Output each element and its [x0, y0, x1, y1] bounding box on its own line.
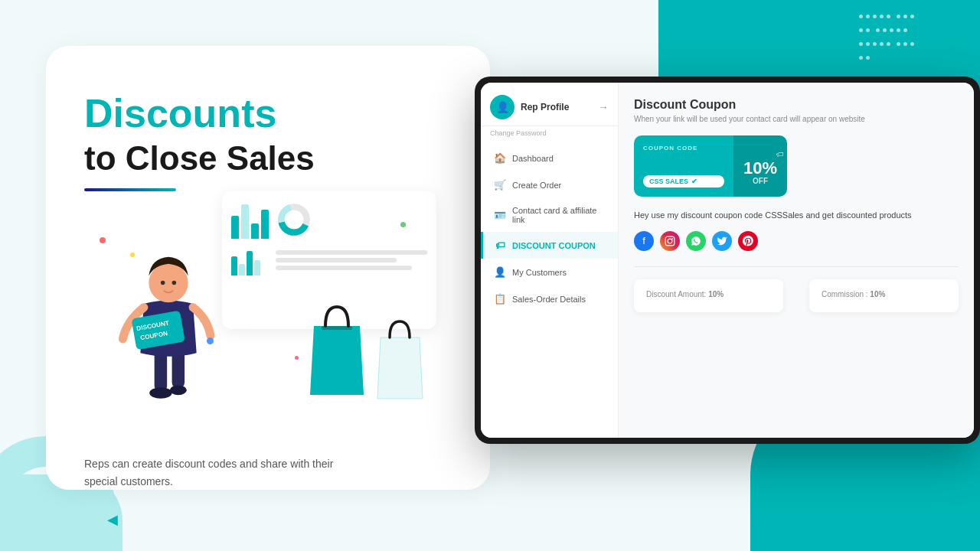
- sidebar-item-create-order[interactable]: 🛒 Create Order: [481, 171, 618, 198]
- commission-label: Commission : 10%: [822, 290, 946, 298]
- coupon-right-section: 🏷 10% OFF: [733, 135, 787, 197]
- coupon-code-label: COUPON CODE: [643, 145, 724, 152]
- main-title-black: to Close Sales: [84, 139, 315, 179]
- sidebar-item-dashboard[interactable]: 🏠 Dashboard: [481, 145, 618, 171]
- sparkline-bar: [254, 260, 260, 276]
- sales-order-label: Sales-Order Details: [512, 295, 586, 304]
- contact-card-label: Contact card & affiliate link: [512, 206, 607, 224]
- light-bag-svg: [371, 311, 429, 403]
- svg-point-6: [170, 385, 187, 395]
- twitter-share-button[interactable]: [712, 231, 732, 251]
- create-order-label: Create Order: [512, 181, 561, 190]
- sidebar-item-contact-card[interactable]: 🪪 Contact card & affiliate link: [481, 198, 618, 232]
- coupon-code-badge: CSS SALES ✔: [643, 175, 724, 187]
- confetti-yellow: [130, 253, 135, 257]
- discount-coupon-label: DISCOUNT COUPON: [512, 241, 596, 250]
- cart-icon: 🛒: [494, 179, 506, 191]
- dots-pattern: [858, 9, 919, 55]
- discount-amount-label: Discount Amount: 10%: [646, 290, 771, 298]
- device-inner: 👤 Rep Profile → Change Password 🏠 Dashbo…: [481, 83, 974, 438]
- sparkline-bar: [231, 256, 237, 276]
- bar-chart: [231, 201, 269, 239]
- donut-chart: [275, 201, 313, 239]
- instagram-share-button[interactable]: [660, 231, 680, 251]
- pinterest-icon: [743, 236, 753, 246]
- confetti-red: [100, 237, 106, 243]
- commission-card: Commission : 10%: [809, 279, 959, 312]
- bar-1: [231, 216, 239, 239]
- social-icons-row: f: [634, 231, 959, 251]
- twitter-icon: [717, 236, 727, 246]
- left-panel: Discounts to Close Sales: [84, 92, 315, 191]
- svg-point-9: [172, 281, 177, 285]
- profile-name: Rep Profile: [521, 102, 592, 112]
- whatsapp-icon: [691, 236, 701, 246]
- dashboard-label: Dashboard: [512, 154, 554, 163]
- description-text: Reps can create discount codes and share…: [84, 458, 333, 487]
- bar-2: [241, 204, 249, 239]
- chart-row-1: [231, 201, 427, 239]
- chart-row-2: [231, 245, 427, 276]
- sidebar-item-sales-order[interactable]: 📋 Sales-Order Details: [481, 285, 618, 312]
- discount-amount-card: Discount Amount: 10%: [634, 279, 783, 312]
- pinterest-share-button[interactable]: [738, 231, 758, 251]
- stats-spacer: [792, 279, 800, 312]
- share-text: Hey use my discount coupon code CSSSales…: [634, 209, 959, 222]
- mini-chart-2: [231, 245, 270, 276]
- confetti-blue: [207, 337, 214, 344]
- page-subtitle: When your link will be used your contact…: [634, 115, 959, 123]
- avatar: 👤: [490, 95, 514, 119]
- sparkline-bar: [247, 251, 253, 276]
- svg-point-7: [149, 263, 188, 302]
- svg-point-16: [671, 237, 673, 239]
- change-password-link[interactable]: Change Password: [481, 126, 618, 145]
- main-title-green: Discounts: [84, 92, 315, 135]
- coupon-left-section: COUPON CODE CSS SALES ✔: [634, 135, 733, 197]
- teal-bag: [299, 295, 375, 406]
- bar-4: [261, 210, 269, 239]
- description-section: Reps can create discount codes and share…: [84, 455, 337, 490]
- svg-rect-14: [665, 236, 675, 246]
- svg-point-8: [161, 281, 165, 285]
- profile-section: 👤 Rep Profile →: [481, 83, 618, 126]
- coupon-badge-icon: ✔: [691, 178, 697, 185]
- line-row-1: [276, 250, 427, 255]
- line-rows: [276, 250, 427, 270]
- device-frame: 👤 Rep Profile → Change Password 🏠 Dashbo…: [475, 77, 980, 444]
- coupon-card: COUPON CODE CSS SALES ✔ 🏷 10% OFF: [634, 135, 787, 197]
- light-bag: [371, 311, 429, 406]
- illustration-container: DISCOUNT COUPON: [84, 191, 436, 406]
- bag-svg: [299, 295, 375, 403]
- contact-card-icon: 🪪: [494, 210, 506, 221]
- confetti-green: [400, 222, 406, 227]
- coupon-off-label: OFF: [753, 177, 768, 185]
- line-row-3: [276, 266, 412, 270]
- confetti-red-2: [295, 356, 299, 360]
- svg-rect-13: [322, 326, 352, 330]
- facebook-share-button[interactable]: f: [634, 231, 654, 251]
- person-illustration: DISCOUNT COUPON: [107, 237, 230, 406]
- whatsapp-share-button[interactable]: [686, 231, 706, 251]
- stats-row: Discount Amount: 10% Commission : 10%: [634, 279, 959, 312]
- my-customers-label: My Customers: [512, 268, 567, 277]
- sidebar-item-discount-coupon[interactable]: 🏷 DISCOUNT COUPON: [481, 232, 618, 259]
- instagram-icon: [665, 236, 675, 246]
- page-title: Discount Coupon: [634, 98, 959, 112]
- sales-icon: 📋: [494, 293, 506, 305]
- content-divider: [634, 266, 959, 267]
- line-row-2: [276, 258, 397, 262]
- svg-point-5: [149, 387, 172, 399]
- discount-icon: 🏷: [776, 150, 784, 158]
- back-arrow-button[interactable]: ◀: [107, 511, 118, 528]
- sidebar-item-my-customers[interactable]: 👤 My Customers: [481, 259, 618, 285]
- coupon-code-text: CSS SALES: [649, 178, 688, 185]
- main-content-area: Discount Coupon When your link will be u…: [619, 83, 974, 438]
- coupon-icon: 🏷: [494, 240, 506, 251]
- app-sidebar: 👤 Rep Profile → Change Password 🏠 Dashbo…: [481, 83, 619, 438]
- logout-icon[interactable]: →: [598, 101, 609, 113]
- customers-icon: 👤: [494, 266, 506, 278]
- bar-3: [251, 223, 259, 239]
- svg-point-15: [668, 239, 672, 243]
- dashboard-icon: 🏠: [494, 152, 506, 164]
- sparkline-bar: [239, 264, 245, 276]
